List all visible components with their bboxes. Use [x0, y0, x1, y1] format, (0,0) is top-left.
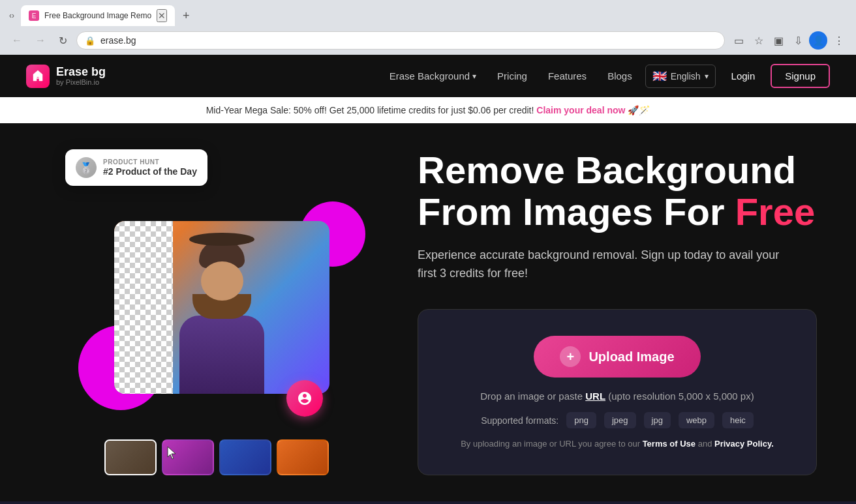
logo-sub: by PixelBin.io [56, 78, 106, 86]
body [179, 316, 264, 394]
hero-subtitle: Experience accurate background removal. … [418, 246, 783, 284]
chevron-down-icon: ▾ [472, 72, 476, 81]
format-png: png [566, 412, 596, 428]
tos-text: By uploading an image or URL you agree t… [444, 439, 790, 449]
upload-hint: Drop an image or paste URL (upto resolut… [444, 391, 790, 402]
pixelbin-logo-overlay [286, 380, 323, 417]
promo-text: Mid-Year Mega Sale: 50% off! Get 25,000 … [206, 105, 534, 115]
nav-blogs[interactable]: Blogs [600, 65, 640, 87]
face [201, 261, 243, 301]
promo-emojis: 🚀🪄 [628, 105, 650, 115]
ph-badge-text: PRODUCT HUNT #2 Product of the Day [103, 158, 197, 177]
hero-right-column: Remove Background From Images For Free E… [418, 149, 817, 475]
address-bar-lock-icon: 🔒 [85, 36, 95, 46]
tab-close-button[interactable]: ✕ [157, 9, 167, 22]
flag-icon: 🇬🇧 [652, 69, 667, 83]
hero-left-column: 🥈 PRODUCT HUNT #2 Product of the Day [39, 149, 378, 475]
format-webp: webp [679, 412, 714, 428]
chevron-down-icon: ▾ [705, 72, 709, 81]
profile-button[interactable]: 👤 [809, 31, 827, 50]
thumbnail-1[interactable] [104, 439, 157, 475]
language-selector[interactable]: 🇬🇧 English ▾ [645, 65, 716, 88]
nav-links: Erase Background ▾ Pricing Features Blog… [382, 64, 830, 88]
hero-title-line1: Remove Background [418, 149, 796, 191]
thumbnail-3[interactable] [219, 439, 271, 475]
cast-button[interactable]: ▭ [730, 32, 748, 50]
tab-history-button[interactable]: ‹› [5, 8, 18, 23]
upload-button-label: Upload Image [588, 349, 674, 364]
hero-title-line2: From Images For [418, 190, 725, 233]
tab-favicon: E [29, 10, 39, 21]
format-jpeg: jpeg [604, 412, 636, 428]
cursor-icon [166, 445, 178, 464]
upload-image-button[interactable]: + Upload Image [534, 336, 700, 378]
thumbnail-4[interactable] [277, 439, 329, 475]
hero-image-card [114, 221, 329, 394]
logo-name: Erase bg [56, 66, 106, 79]
tab-title: Free Background Image Remo [44, 11, 151, 20]
hat-shape [189, 233, 254, 246]
logo-text: Erase bg by PixelBin.io [56, 66, 106, 87]
formats-row: Supported formats: png jpeg jpg webp hei… [444, 412, 790, 428]
nav-pricing[interactable]: Pricing [489, 65, 535, 87]
woman-figure [153, 228, 290, 394]
formats-label: Supported formats: [481, 415, 558, 426]
extensions-button[interactable]: ▣ [770, 32, 787, 50]
logo-icon [26, 65, 50, 88]
forward-button[interactable]: → [31, 32, 50, 49]
promo-cta-link[interactable]: Claim your deal now [536, 105, 625, 115]
ph-medal-icon: 🥈 [76, 157, 97, 178]
nav-erase-background[interactable]: Erase Background ▾ [382, 65, 484, 87]
menu-button[interactable]: ⋮ [830, 32, 848, 50]
logo-link[interactable]: Erase bg by PixelBin.io [26, 65, 106, 88]
language-label: English [671, 71, 701, 82]
site-navbar: Erase bg by PixelBin.io Erase Background… [0, 55, 856, 97]
upload-area: + Upload Image Drop an image or paste UR… [418, 309, 817, 475]
hero-section: 🥈 PRODUCT HUNT #2 Product of the Day [0, 123, 856, 501]
product-hunt-badge[interactable]: 🥈 PRODUCT HUNT #2 Product of the Day [65, 149, 207, 186]
format-heic: heic [722, 412, 754, 428]
new-tab-button[interactable]: + [177, 7, 195, 25]
address-bar[interactable]: 🔒 erase.bg [76, 31, 725, 50]
browser-tab[interactable]: E Free Background Image Remo ✕ [21, 5, 175, 26]
promo-banner: Mid-Year Mega Sale: 50% off! Get 25,000 … [0, 97, 856, 123]
login-button[interactable]: Login [721, 65, 766, 87]
download-button[interactable]: ⇩ [790, 32, 806, 50]
format-jpg: jpg [644, 412, 671, 428]
refresh-button[interactable]: ↻ [55, 32, 71, 50]
nav-features[interactable]: Features [540, 65, 594, 87]
back-button[interactable]: ← [8, 32, 26, 49]
address-bar-url: erase.bg [100, 35, 716, 46]
hero-title: Remove Background From Images For Free [418, 149, 817, 233]
signup-button[interactable]: Signup [771, 64, 830, 88]
hero-title-free: Free [735, 190, 816, 233]
browser-chrome: ‹› E Free Background Image Remo ✕ + ← → … [0, 0, 856, 55]
ph-title: #2 Product of the Day [103, 166, 197, 177]
ph-label: PRODUCT HUNT [103, 158, 197, 166]
upload-plus-icon: + [560, 346, 581, 367]
privacy-policy-link[interactable]: Privacy Policy. [714, 439, 774, 449]
thumbnail-row [104, 439, 329, 475]
bookmark-button[interactable]: ☆ [750, 32, 767, 50]
terms-of-use-link[interactable]: Terms of Use [643, 439, 696, 449]
url-link[interactable]: URL [585, 391, 605, 402]
